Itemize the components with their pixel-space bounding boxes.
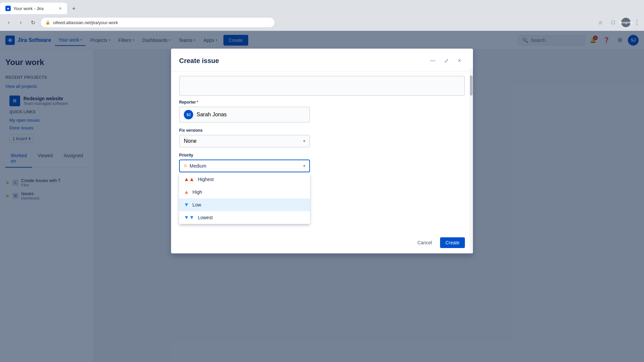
reporter-avatar: SJ bbox=[184, 110, 193, 119]
modal-expand-btn[interactable]: ⤢ bbox=[441, 55, 451, 66]
priority-field-group: Priority ≡ Medium ▾ ▲▲ Highest ▲ High bbox=[179, 153, 465, 224]
modal-scrollbar-thumb[interactable] bbox=[470, 75, 473, 96]
reporter-field[interactable]: SJ Sarah Jonas bbox=[179, 107, 310, 123]
priority-select[interactable]: ≡ Medium ▾ bbox=[179, 160, 310, 172]
reload-btn[interactable]: ↻ bbox=[28, 18, 38, 27]
create-issue-modal: Create issue — ⤢ × Reporter * SJ Sarah J… bbox=[171, 49, 473, 253]
description-input[interactable] bbox=[179, 76, 465, 96]
priority-option-low[interactable]: ▼ Low bbox=[179, 198, 310, 211]
priority-option-lowest[interactable]: ▼▼ Lowest bbox=[179, 211, 310, 224]
priority-chevron: ▾ bbox=[303, 164, 305, 168]
fix-versions-value: None bbox=[184, 138, 197, 144]
low-icon: ▼ bbox=[184, 202, 189, 208]
description-area bbox=[179, 72, 465, 100]
tab-title: Your work - Jira bbox=[13, 6, 44, 11]
priority-label: Priority bbox=[179, 153, 465, 158]
address-text: uifeed.atlassian.net/jira/your-work bbox=[53, 20, 118, 25]
lowest-icon: ▼▼ bbox=[184, 215, 195, 221]
create-button-modal[interactable]: Create bbox=[440, 237, 465, 248]
address-bar[interactable]: 🔒 uifeed.atlassian.net/jira/your-work bbox=[40, 17, 275, 28]
lock-icon: 🔒 bbox=[45, 20, 50, 25]
tab-favicon bbox=[5, 6, 11, 11]
highest-icon: ▲▲ bbox=[184, 176, 195, 182]
profile-btn[interactable]: Incognito bbox=[621, 18, 631, 27]
modal-close-btn[interactable]: × bbox=[454, 55, 465, 66]
reporter-field-group: Reporter * SJ Sarah Jonas bbox=[179, 100, 465, 123]
fix-versions-chevron: ▾ bbox=[303, 139, 305, 143]
reporter-name: Sarah Jonas bbox=[197, 112, 227, 118]
modal-body: Reporter * SJ Sarah Jonas Fix versions N… bbox=[171, 72, 473, 229]
extension-icon[interactable]: □ bbox=[608, 18, 618, 27]
high-icon: ▲ bbox=[184, 189, 189, 195]
fix-versions-label: Fix versions bbox=[179, 128, 465, 133]
reporter-label: Reporter * bbox=[179, 100, 465, 105]
forward-btn[interactable]: › bbox=[16, 18, 25, 27]
bookmark-icon[interactable]: ☆ bbox=[596, 18, 605, 27]
new-tab-btn[interactable]: + bbox=[68, 3, 79, 14]
priority-dropdown: ▲▲ Highest ▲ High ▼ Low ▼▼ Lowest bbox=[179, 173, 310, 224]
lowest-label: Lowest bbox=[198, 215, 213, 220]
modal-minimize-btn[interactable]: — bbox=[427, 55, 438, 66]
browser-menu-btn[interactable]: ⋮ bbox=[634, 19, 640, 26]
priority-option-highest[interactable]: ▲▲ Highest bbox=[179, 173, 310, 186]
modal-actions: — ⤢ × bbox=[427, 55, 465, 66]
low-label: Low bbox=[193, 202, 201, 207]
high-label: High bbox=[193, 189, 202, 195]
priority-value: Medium bbox=[190, 163, 206, 169]
fix-versions-select[interactable]: None ▾ bbox=[179, 135, 310, 147]
priority-option-high[interactable]: ▲ High bbox=[179, 186, 310, 198]
cancel-button[interactable]: Cancel bbox=[412, 237, 437, 248]
tab-close-btn[interactable]: × bbox=[59, 6, 62, 11]
highest-label: Highest bbox=[198, 177, 214, 182]
back-btn[interactable]: ‹ bbox=[4, 18, 13, 27]
modal-scrollbar-track bbox=[470, 69, 473, 253]
profile-label: Incognito bbox=[619, 21, 633, 24]
modal-header: Create issue — ⤢ × bbox=[171, 49, 473, 72]
fix-versions-field-group: Fix versions None ▾ bbox=[179, 128, 465, 147]
browser-tab[interactable]: Your work - Jira × bbox=[0, 3, 67, 14]
priority-icon: ≡ bbox=[184, 163, 187, 169]
modal-title: Create issue bbox=[179, 57, 427, 65]
reporter-required: * bbox=[197, 100, 198, 105]
modal-footer: Cancel Create bbox=[171, 232, 473, 253]
